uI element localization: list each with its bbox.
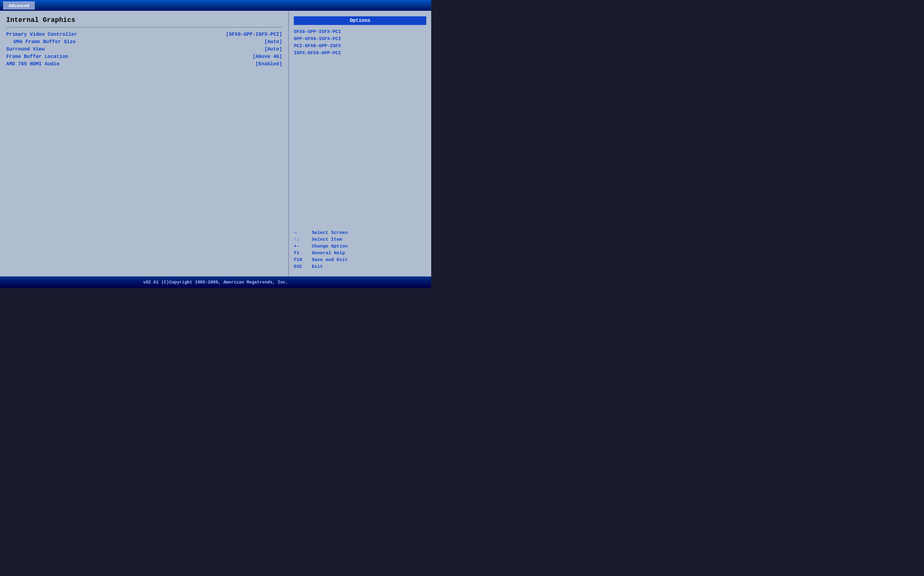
settings-row[interactable]: Surround View [Auto] [6, 46, 282, 52]
option-item-0[interactable]: GFX0-GPP-IGFX-PCI [294, 29, 426, 35]
setting-name-hdmi: AMD 785 HDMI Audio [6, 61, 59, 67]
key-desc-select-screen: Select Screen [312, 230, 348, 235]
setting-value-primary-video: [GFX0-GPP-IGFX-PCI] [226, 32, 282, 37]
setting-name-primary-video: Primary Video Controller [6, 32, 77, 37]
keybinding-general-help: F1 General Help [294, 251, 426, 256]
key-esc: ESC [294, 264, 309, 269]
keybinding-select-item: ↑↓ Select Item [294, 237, 426, 242]
setting-name-surround: Surround View [6, 46, 45, 52]
options-list: GFX0-GPP-IGFX-PCI GPP-GFX0-IGFX-PCI PCI-… [294, 29, 426, 58]
settings-row[interactable]: Primary Video Controller [GFX0-GPP-IGFX-… [6, 32, 282, 37]
copyright-text: v02.61 (C)Copyright 1985-2009, American … [143, 280, 288, 285]
section-title: Internal Graphics [6, 16, 282, 24]
key-arrow-ud: ↑↓ [294, 237, 309, 242]
setting-name-uma: UMA Frame Buffer Size [6, 39, 76, 45]
key-f1: F1 [294, 251, 309, 256]
keybindings-section: ↔ Select Screen ↑↓ Select Item +- Change… [294, 221, 426, 271]
settings-row[interactable]: UMA Frame Buffer Size [Auto] [6, 39, 282, 45]
option-item-2[interactable]: PCI-GFX0-GPP-IGFX [294, 43, 426, 49]
settings-table: Primary Video Controller [GFX0-GPP-IGFX-… [6, 32, 282, 67]
keybinding-save-exit: F10 Save and Exit [294, 258, 426, 262]
bottom-bar: v02.61 (C)Copyright 1985-2009, American … [0, 277, 431, 288]
key-desc-select-item: Select Item [312, 237, 342, 242]
right-panel-inner: Options GFX0-GPP-IGFX-PCI GPP-GFX0-IGFX-… [294, 16, 426, 271]
setting-value-frame-buffer: [Above 4G] [252, 54, 282, 59]
setting-value-uma: [Auto] [264, 39, 282, 45]
settings-row[interactable]: AMD 785 HDMI Audio [Enabled] [6, 61, 282, 67]
key-desc-change-option: Change Option [312, 244, 348, 249]
setting-value-surround: [Auto] [264, 46, 282, 52]
settings-row[interactable]: Frame Buffer Location [Above 4G] [6, 54, 282, 59]
options-header: Options [294, 16, 426, 25]
key-arrow-lr: ↔ [294, 230, 309, 235]
option-item-3[interactable]: IGFX-GFX0-GPP-PCI [294, 51, 426, 56]
key-desc-save-exit: Save and Exit [312, 258, 348, 262]
tab-advanced[interactable]: Advanced [3, 2, 35, 10]
keybinding-exit: ESC Exit [294, 264, 426, 269]
keybinding-change-option: +- Change Option [294, 244, 426, 249]
main-content-area: Internal Graphics Primary Video Controll… [0, 11, 431, 277]
section-divider [6, 27, 282, 27]
key-desc-exit: Exit [312, 264, 323, 269]
right-options-panel: Options GFX0-GPP-IGFX-PCI GPP-GFX0-IGFX-… [289, 11, 431, 277]
keybinding-select-screen: ↔ Select Screen [294, 230, 426, 235]
key-plus-minus: +- [294, 244, 309, 249]
option-item-1[interactable]: GPP-GFX0-IGFX-PCI [294, 36, 426, 42]
setting-value-hdmi: [Enabled] [255, 61, 282, 67]
left-settings-panel: Internal Graphics Primary Video Controll… [0, 11, 289, 277]
key-f10: F10 [294, 258, 309, 262]
top-navigation-bar: Advanced [0, 0, 431, 11]
key-desc-general-help: General Help [312, 251, 345, 256]
setting-name-frame-buffer: Frame Buffer Location [6, 54, 69, 59]
